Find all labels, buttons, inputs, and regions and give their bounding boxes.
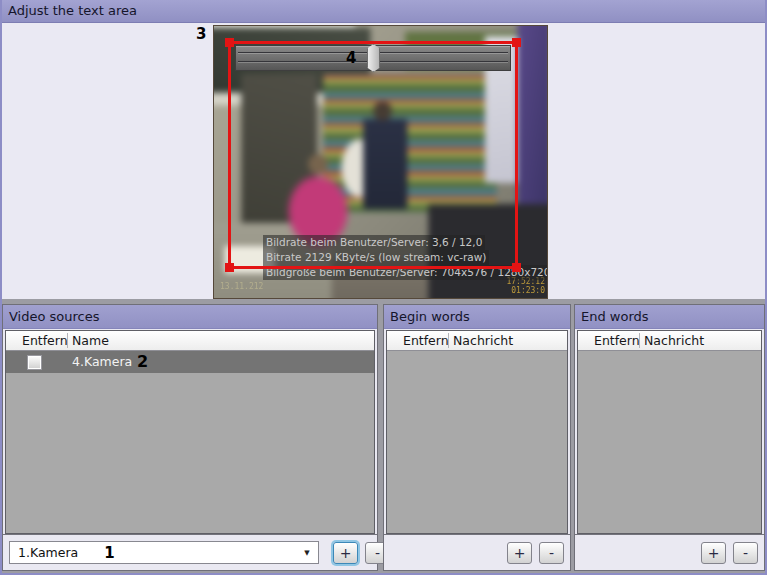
marker-1: 1 [104,544,114,562]
selection-handle-top-right[interactable] [512,38,521,47]
column-entfernen: Entfernen [6,333,68,348]
video-sources-table-header: Entfernen Name [6,331,374,351]
panel-begin-words: Begin words Entfernen Nachricht + - [383,304,571,571]
begin-words-toolbar: + - [384,534,570,570]
selection-handle-bottom-left[interactable] [225,263,234,272]
begin-words-table-body [387,351,567,533]
video-sources-table-body: 4.Kamera 2 [6,351,374,533]
add-end-word-button[interactable]: + [701,542,726,564]
dialog-title: Adjust the text area [0,0,767,22]
begin-words-table-header: Entfernen Nachricht [387,331,567,351]
panel-end-words: End words Entfernen Nachricht + - [574,304,765,571]
camera-time-line2: 01:23:0 [506,286,545,295]
remove-end-word-button[interactable]: - [733,542,758,564]
begin-words-table: Entfernen Nachricht [386,330,568,534]
column-name: Name [68,333,374,348]
marker-2: 2 [137,352,148,371]
marker-3: 3 [196,25,206,43]
text-area-selection-rect[interactable] [228,41,518,269]
camera-datestamp: 13.11.212 [220,282,263,291]
remove-begin-word-button[interactable]: - [539,542,564,564]
column-entfernen: Entfernen [578,333,640,348]
video-sources-table: Entfernen Name 4.Kamera 2 [5,330,375,534]
end-words-toolbar: + - [575,534,764,570]
title-bar: Adjust the text area [0,0,767,23]
column-nachricht: Nachricht [640,333,761,348]
camera-select-value: 1.Kamera [10,545,78,560]
selection-handle-bottom-right[interactable] [512,263,521,272]
camera-preview: 13.11.212 17:52:12 01:23:0 Bildrate beim… [213,25,548,299]
preview-area: 3 13.11.212 17:52:12 01:23:0 Bildrate be… [2,22,765,299]
chevron-down-icon[interactable]: ▼ [299,549,318,557]
selection-handle-top-left[interactable] [225,38,234,47]
begin-words-header: Begin words [384,305,570,329]
end-words-table: Entfernen Nachricht [577,330,762,534]
marker-4: 4 [346,49,356,67]
end-words-table-body [578,351,761,533]
remove-checkbox[interactable] [27,355,42,370]
table-row[interactable]: 4.Kamera 2 [6,351,374,373]
camera-name: 4.Kamera [72,354,132,369]
slider-thumb[interactable] [367,44,380,72]
text-area-slider-track[interactable]: 4 [235,45,511,71]
window-border-left [0,0,2,575]
video-sources-title: Video sources [3,305,377,328]
add-begin-word-button[interactable]: + [507,542,532,564]
dialog-adjust-text-area: Adjust the text area 3 13.11.212 17:52:1… [0,0,767,575]
end-words-title: End words [575,305,764,328]
end-words-header: End words [575,305,764,329]
begin-words-title: Begin words [384,305,570,328]
video-sources-toolbar: 1.Kamera 1 ▼ + - [3,534,377,570]
column-nachricht: Nachricht [449,333,567,348]
camera-select[interactable]: 1.Kamera 1 ▼ [9,541,319,564]
panel-video-sources: Video sources Entfernen Name 4.Kamera 2 … [2,304,378,571]
video-sources-header: Video sources [3,305,377,329]
add-video-source-button[interactable]: + [333,542,358,564]
end-words-table-header: Entfernen Nachricht [578,331,761,351]
column-entfernen: Entfernen [387,333,449,348]
